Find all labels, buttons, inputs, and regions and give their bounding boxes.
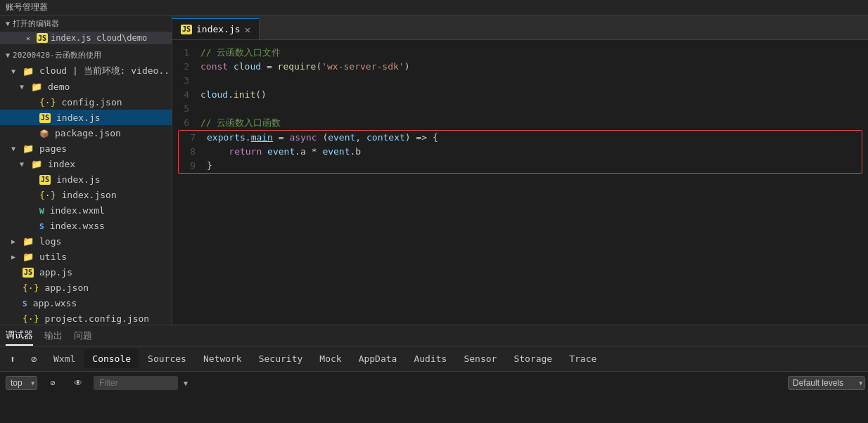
token: event [267, 146, 295, 157]
tree-item-cloud-root[interactable]: ▼📁cloud | 当前环境: video... [0, 63, 172, 79]
tree-item-app-json[interactable]: {·}app.json [0, 280, 172, 295]
code-editor: 1// 云函数入口文件2const cloud = require('wx-se… [172, 40, 868, 325]
bottom-tab-problems[interactable]: 问题 [74, 327, 92, 345]
tab-label: index.js [196, 24, 241, 34]
expand-arrow-utils: ▶ [11, 253, 20, 261]
devtools-tab-storage[interactable]: Storage [505, 349, 561, 368]
devtools-tab-sources[interactable]: Sources [139, 349, 195, 368]
open-editors-section[interactable]: ▼ 打开的编辑器 [0, 15, 172, 32]
code-line-2: 2const cloud = require('wx-server-sdk') [172, 60, 868, 74]
token: return [207, 146, 267, 157]
code-line-4: 4cloud.init() [172, 88, 868, 102]
tree-label-index-js: index.js [56, 112, 101, 123]
tree-item-index-js[interactable]: JSindex.js [0, 110, 172, 125]
devtools-tab-security[interactable]: Security [250, 349, 312, 368]
tab-js-icon: JS [181, 25, 192, 34]
line-content-7: exports.main = async (event, context) =>… [207, 131, 862, 145]
wxss-icon: S [39, 222, 44, 231]
tree-item-app-wxss[interactable]: Sapp.wxss [0, 295, 172, 311]
tree-label-config-json: config.json [61, 97, 122, 108]
tree-item-index-wxml[interactable]: Windex.wxml [0, 202, 172, 218]
tree-item-index-wxss[interactable]: Sindex.wxss [0, 218, 172, 233]
expand-arrow-demo: ▼ [20, 83, 28, 91]
tree-item-index-json[interactable]: {·}index.json [0, 187, 172, 202]
tree-item-config-json[interactable]: {·}config.json [0, 94, 172, 110]
pkg-icon: 📦 [39, 129, 49, 138]
folder-icon: 📁 [31, 159, 42, 169]
token: main [251, 132, 273, 143]
tree-label-app-wxss: app.wxss [33, 298, 77, 308]
devtools-tab-console[interactable]: Console [84, 349, 139, 368]
filter-input[interactable] [94, 376, 178, 390]
sidebar: ▼ 打开的编辑器 ✕ JS index.js cloud\demo ▼ 2020… [0, 15, 172, 325]
token: event [322, 146, 350, 157]
devtools-tab-network[interactable]: Network [195, 349, 250, 368]
devtools-tab-trace[interactable]: Trace [561, 349, 605, 368]
block-icon2[interactable]: ⊘ [43, 373, 63, 393]
eye-icon[interactable]: 👁 [68, 373, 88, 393]
main-layout: ▼ 打开的编辑器 ✕ JS index.js cloud\demo ▼ 2020… [0, 15, 868, 325]
tree-item-logs[interactable]: ▶📁logs [0, 233, 172, 249]
token: .b [350, 146, 362, 157]
bottom-tabs-row: 调试器 输出 问题 [0, 325, 868, 346]
close-icon[interactable]: ✕ [23, 33, 34, 43]
open-editors-arrow: ▼ [6, 20, 10, 27]
token: = [273, 132, 289, 143]
line-content-9: } [207, 159, 862, 173]
tree-item-index-folder[interactable]: ▼📁index [0, 156, 172, 171]
bottom-toolbar: top ⊘ 👁 ▼ Default levels ▼ [0, 372, 868, 394]
tree-item-index-js2[interactable]: JSindex.js [0, 171, 172, 187]
folder-icon: 📁 [31, 82, 42, 92]
block-icon-btn[interactable]: ⊘ [24, 349, 44, 369]
devtools-tab-wxml[interactable]: Wxml [45, 349, 84, 368]
top-selector[interactable]: top [6, 376, 37, 390]
open-file-item[interactable]: ✕ JS index.js cloud\demo [0, 32, 172, 44]
line-number-2: 2 [172, 60, 200, 74]
token: ) [404, 61, 410, 72]
bottom-tab-debugger[interactable]: 调试器 [6, 326, 33, 346]
tree-label-index-json: index.json [61, 190, 116, 200]
tree-label-app-json: app.json [44, 282, 89, 293]
project-arrow: ▼ [6, 51, 10, 59]
tab-close-button[interactable]: ✕ [245, 24, 250, 35]
tree-item-package-json[interactable]: 📦package.json [0, 125, 172, 141]
line-content-6: // 云函数入口函数 [200, 116, 868, 130]
folder-icon: 📁 [23, 66, 34, 77]
token: context [366, 132, 405, 143]
bottom-panel: 调试器 输出 问题 ⬆ ⊘ WxmlConsoleSourcesNetworkS… [0, 325, 868, 423]
devtools-tab-sensor[interactable]: Sensor [455, 349, 505, 368]
expand-arrow-pages: ▼ [11, 145, 20, 152]
token: . [245, 132, 251, 143]
tree-label-app-js: app.js [39, 267, 72, 278]
levels-selector-wrapper: Default levels [788, 376, 865, 390]
tree-item-demo[interactable]: ▼📁demo [0, 79, 172, 94]
tree-label-logs: logs [39, 236, 61, 247]
tree-label-index-wxml: index.wxml [50, 205, 105, 216]
devtools-tab-audits[interactable]: Audits [405, 349, 455, 368]
line-content-2: const cloud = require('wx-server-sdk') [200, 60, 868, 74]
code-line-6: 6// 云函数入口函数 [172, 116, 868, 130]
devtools-tab-appdata[interactable]: AppData [350, 349, 406, 368]
json-icon: {·} [23, 282, 39, 293]
tree-item-app-js[interactable]: JSapp.js [0, 264, 172, 280]
js-file-icon: JS [37, 33, 48, 43]
filter-dropdown-arrow: ▼ [184, 379, 188, 387]
token: async [289, 132, 317, 143]
wxml-icon: W [39, 207, 44, 216]
top-bar: 账号管理器 [0, 0, 868, 15]
line-content-8: return event.a * event.b [207, 145, 862, 159]
tab-bar: JS index.js ✕ [172, 15, 868, 40]
project-section[interactable]: ▼ 20200420-云函数的使用 [0, 47, 172, 63]
line-number-1: 1 [172, 46, 200, 60]
folder-icon: 📁 [23, 143, 34, 154]
cursor-icon-btn[interactable]: ⬆ [3, 349, 23, 369]
line-content-5 [200, 102, 868, 116]
tree-item-utils[interactable]: ▶📁utils [0, 249, 172, 264]
editor-tab-index-js[interactable]: JS index.js ✕ [172, 18, 260, 39]
tree-item-pages[interactable]: ▼📁pages [0, 141, 172, 156]
levels-selector[interactable]: Default levels [788, 376, 865, 390]
bottom-tab-output[interactable]: 输出 [44, 327, 63, 345]
tree-item-project-config[interactable]: {·}project.config.json [0, 311, 172, 325]
code-line-7: 7exports.main = async (event, context) =… [179, 131, 862, 145]
devtools-tab-mock[interactable]: Mock [311, 349, 350, 368]
